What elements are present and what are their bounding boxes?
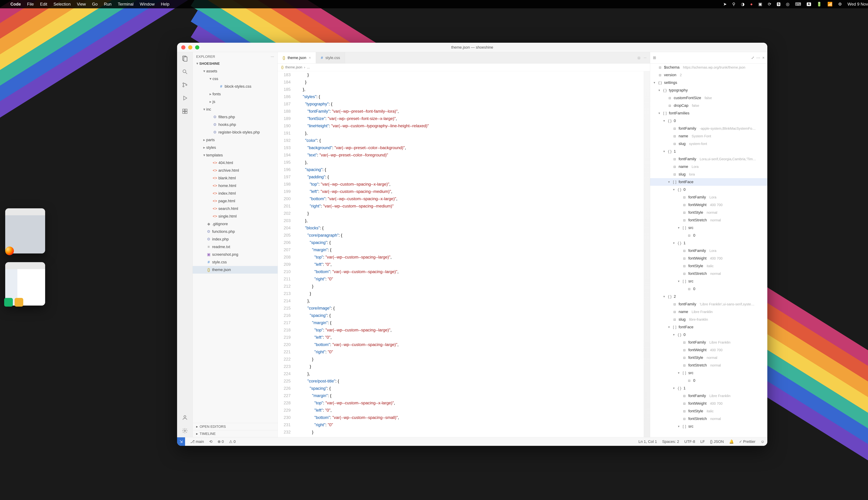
outline-item[interactable]: ▾[]src — [650, 224, 767, 231]
outline-item[interactable]: ▾[]src — [650, 277, 767, 285]
outline-item[interactable]: ⊡0 — [650, 231, 767, 239]
chevron-icon[interactable]: ▾ — [202, 153, 206, 158]
remote-indicator[interactable]: ⇲ — [177, 437, 185, 446]
window-titlebar[interactable]: theme.json — shoeshine — [177, 43, 767, 52]
outline-item[interactable]: ⊡fontStyleitalic — [650, 262, 767, 270]
outline-item[interactable]: ⊡0 — [650, 377, 767, 384]
tab-style-css[interactable]: # style.css — [316, 52, 345, 64]
chevron-icon[interactable]: ▾ — [202, 69, 206, 73]
app-name[interactable]: Code — [10, 2, 21, 7]
chevron-icon[interactable]: ▾ — [672, 386, 675, 390]
encoding[interactable]: UTF-8 — [684, 440, 695, 444]
folder-item[interactable]: ▸parts — [193, 136, 277, 144]
close-window-button[interactable] — [181, 45, 185, 49]
outline-item[interactable]: ⊡nameLora — [650, 163, 767, 170]
outline-item[interactable]: ⊡fontWeight400 700 — [650, 201, 767, 209]
file-item[interactable]: <>index.html — [193, 190, 277, 197]
timeline-section[interactable]: ▸TIMELINE — [193, 430, 277, 437]
source-control-activity-icon[interactable] — [181, 81, 189, 89]
outline-item[interactable]: ▾{}0 — [650, 186, 767, 193]
keyboard-icon[interactable]: ⌨ — [795, 2, 801, 7]
outline-item[interactable]: ⊡fontWeight400 700 — [650, 400, 767, 407]
menu-run[interactable]: Run — [104, 2, 112, 7]
outline-item[interactable]: ⊡fontWeight400 700 — [650, 346, 767, 354]
input-source-icon[interactable]: A — [807, 2, 811, 6]
file-item[interactable]: ▣screenshot.png — [193, 251, 277, 258]
tab-theme-json[interactable]: {} theme.json × — [278, 52, 316, 64]
code-editor[interactable]: 1831841851861871881891901911921931941951… — [278, 71, 650, 437]
file-item[interactable]: #block-styles.css — [193, 83, 277, 90]
file-item[interactable]: ⚙functions.php — [193, 228, 277, 236]
firefox-icon[interactable] — [5, 247, 14, 255]
app-icon[interactable] — [14, 298, 23, 307]
file-item[interactable]: ⚙filters.php — [193, 113, 277, 121]
indentation[interactable]: Spaces: 2 — [662, 440, 679, 444]
menubar-app-icon[interactable]: ◑ — [741, 2, 745, 7]
chevron-icon[interactable]: ▾ — [677, 371, 680, 375]
outline-item[interactable]: ⊡nameLibre Franklin — [650, 308, 767, 316]
menu-file[interactable]: File — [27, 2, 34, 7]
outline-item[interactable]: ▾[]src — [650, 423, 767, 430]
code-content[interactable]: } } }, "styles": { "typography": { "font… — [294, 71, 644, 437]
chevron-icon[interactable]: ▾ — [202, 107, 206, 112]
outline-item[interactable]: ⊡slugsystem-font — [650, 140, 767, 148]
menu-go[interactable]: Go — [92, 2, 98, 7]
outline-item[interactable]: ▾[]fontFace — [650, 178, 767, 186]
outline-item[interactable]: ⊡fontStylenormal — [650, 354, 767, 362]
folder-item[interactable]: ▾templates — [193, 151, 277, 159]
outline-item[interactable]: ▾{}1 — [650, 384, 767, 392]
chevron-icon[interactable]: ▾ — [662, 149, 666, 153]
outline-item[interactable]: ▾[]fontFamilies — [650, 109, 767, 117]
account-activity-icon[interactable] — [181, 414, 189, 421]
outline-more-icon[interactable]: ⋯ — [756, 56, 760, 60]
breadcrumb-segment[interactable]: theme.json — [285, 65, 302, 69]
app-icon[interactable] — [4, 298, 13, 307]
file-item[interactable]: ◆.gitignore — [193, 220, 277, 228]
debug-activity-icon[interactable] — [181, 94, 189, 102]
outline-item[interactable]: ⊡fontFamilyLora — [650, 247, 767, 254]
chevron-icon[interactable]: ▾ — [672, 241, 675, 245]
file-item[interactable]: #style.css — [193, 258, 277, 266]
menu-help[interactable]: Help — [161, 2, 169, 7]
outline-close-icon[interactable]: × — [762, 56, 765, 60]
chevron-down-icon[interactable]: ▾ — [195, 61, 199, 66]
workspace-root[interactable]: SHOESHINE — [199, 61, 220, 66]
chevron-icon[interactable]: ▸ — [208, 92, 213, 96]
menubar-clock[interactable]: Wed 9 Nov 2:07 PM — [847, 2, 868, 7]
outline-item[interactable]: ▾{}1 — [650, 148, 767, 155]
battery-icon[interactable]: 🔋 — [816, 2, 822, 7]
folder-item[interactable]: ▾css — [193, 75, 277, 83]
search-activity-icon[interactable] — [181, 68, 189, 75]
folder-item[interactable]: ▸js — [193, 98, 277, 105]
outline-item[interactable]: ▾{}typography — [650, 87, 767, 94]
op-icon[interactable]: ◎ — [786, 2, 789, 7]
minimize-window-button[interactable] — [188, 45, 192, 49]
more-actions-icon[interactable]: ⋯ — [644, 56, 647, 59]
extensions-activity-icon[interactable] — [181, 107, 189, 115]
git-branch[interactable]: ⎇ main — [190, 440, 204, 444]
file-item[interactable]: ⚙index.php — [193, 236, 277, 243]
chevron-icon[interactable]: ▾ — [667, 180, 671, 184]
outline-item[interactable]: ⊡fontWeight400 700 — [650, 254, 767, 262]
feedback-icon[interactable]: 🔔 — [729, 440, 734, 444]
prettier-status[interactable]: ✓ Prettier — [739, 440, 755, 444]
outline-item[interactable]: ⊡fontFamilyLibre Franklin — [650, 339, 767, 346]
display-icon[interactable]: ▣ — [758, 2, 762, 7]
problems-warnings[interactable]: ⚠ 0 — [229, 440, 236, 444]
chevron-icon[interactable]: ▸ — [202, 145, 206, 150]
notifications-icon[interactable]: ☺ — [761, 440, 765, 444]
outline-item[interactable]: ⊡fontFamily-apple-system,BlinkMacSystemF… — [650, 125, 767, 132]
outline-item[interactable]: ⊡fontFamilyLora,ui-serif,Georgia,Cambria… — [650, 155, 767, 163]
menu-selection[interactable]: Selection — [54, 2, 71, 7]
outline-item[interactable]: ▾[]fontFace — [650, 323, 767, 331]
file-item[interactable]: <>blank.html — [193, 174, 277, 182]
open-editors-section[interactable]: ▸OPEN EDITORS — [193, 423, 277, 430]
chevron-icon[interactable]: ▾ — [672, 188, 675, 192]
outline-item[interactable]: ⊡nameSystem Font — [650, 132, 767, 140]
outline-item[interactable]: ⊡sluglibre-franklin — [650, 316, 767, 323]
folder-item[interactable]: ▸fonts — [193, 90, 277, 98]
chevron-icon[interactable]: ▾ — [677, 424, 680, 428]
eol[interactable]: LF — [700, 440, 705, 444]
minimap[interactable] — [644, 71, 650, 437]
outline-item[interactable]: ⊡dropCapfalse — [650, 102, 767, 109]
